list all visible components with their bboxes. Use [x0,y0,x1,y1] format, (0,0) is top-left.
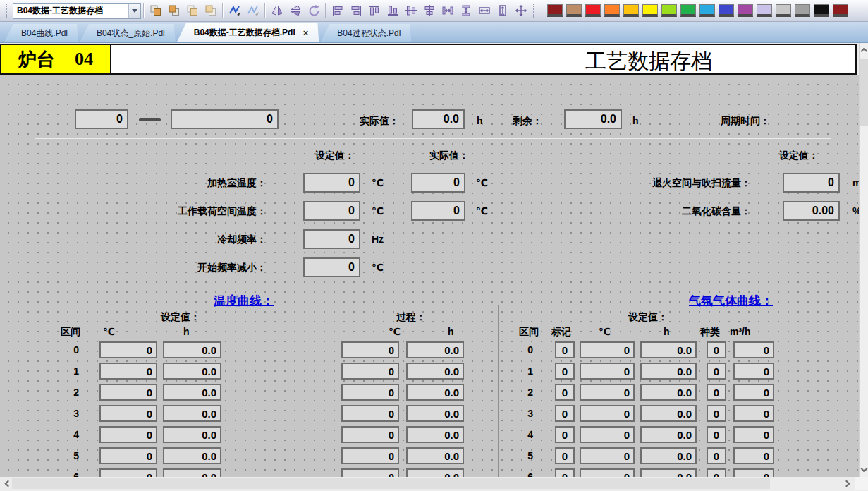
actual-hours-field[interactable]: 0.0 [412,109,465,129]
gas-flow-field-0[interactable]: 0 [733,341,774,358]
same-height-icon[interactable] [494,1,512,20]
palette-color-swatch-15[interactable] [833,4,848,17]
gas-kind-field-0[interactable]: 0 [707,341,726,358]
palette-color-swatch-10[interactable] [738,4,753,17]
temp-process-c-field-2[interactable]: 0 [341,384,399,401]
setpoint-actual-field-0[interactable]: 0 [411,173,465,193]
distribute-horizontal-icon[interactable] [439,1,457,20]
gas-flow-field-1[interactable]: 0 [733,363,774,380]
range-end-field[interactable]: 0 [171,109,279,129]
temp-set-h-field-2[interactable]: 0.0 [163,384,221,401]
gas-c-field-6[interactable]: 0 [580,468,635,477]
tab-b04-status-original[interactable]: B04状态_原始.Pdl [80,24,176,42]
scroll-left-icon[interactable] [1,477,13,490]
align-left-icon[interactable] [329,1,347,20]
setpoint-set-field-1[interactable]: 0 [303,201,360,221]
scroll-up-icon[interactable] [860,45,868,55]
send-backward-icon[interactable] [202,1,220,20]
temp-set-h-field-6[interactable]: 0.0 [163,468,221,477]
palette-color-swatch-14[interactable] [814,4,829,17]
palette-color-swatch-0[interactable] [547,4,563,17]
gas-h-field-6[interactable]: 0.0 [640,468,697,477]
temp-set-h-field-0[interactable]: 0.0 [163,341,221,358]
temp-process-c-field-1[interactable]: 0 [341,363,399,380]
temp-process-h-field-4[interactable]: 0.0 [406,426,464,443]
remaining-hours-field[interactable]: 0.0 [564,109,622,129]
align-top-icon[interactable] [365,1,384,20]
bring-forward-icon[interactable] [183,1,202,20]
gas-h-field-4[interactable]: 0.0 [640,426,697,443]
temp-process-h-field-3[interactable]: 0.0 [406,405,464,422]
horizontal-scrollbar[interactable] [0,477,855,490]
temp-process-c-field-6[interactable]: 0 [341,468,399,477]
tab-b04-curve[interactable]: B04曲线.Pdl [4,24,78,42]
palette-color-swatch-7[interactable] [680,4,696,17]
gas-curve-link[interactable]: 气氛气体曲线： [689,293,773,309]
gas-kind-field-2[interactable]: 0 [707,384,726,401]
same-size-icon[interactable] [512,1,530,20]
gas-flow-field-4[interactable]: 0 [733,426,774,443]
horizontal-scrollbar-thumb[interactable] [12,478,770,489]
gas-h-field-1[interactable]: 0.0 [640,363,697,380]
close-tab-icon[interactable]: × [303,28,309,38]
tab-order-icon[interactable] [226,1,244,20]
gas-mark-field-4[interactable]: 0 [555,426,575,443]
gas-kind-field-4[interactable]: 0 [707,426,726,443]
temp-process-h-field-2[interactable]: 0.0 [406,384,464,401]
temp-process-h-field-5[interactable]: 0.0 [406,447,464,464]
palette-color-swatch-6[interactable] [661,4,677,17]
gas-h-field-2[interactable]: 0.0 [640,384,697,401]
setpoint-set-field-0[interactable]: 0 [303,173,360,193]
temp-set-h-field-5[interactable]: 0.0 [163,447,221,464]
tab-order-secondary-icon[interactable] [244,1,262,20]
gas-mark-field-5[interactable]: 0 [555,447,575,464]
palette-color-swatch-2[interactable] [585,4,601,17]
palette-color-swatch-1[interactable] [566,4,582,17]
distribute-vertical-icon[interactable] [457,1,475,20]
temp-process-h-field-1[interactable]: 0.0 [406,363,464,380]
tab-b04-data-archive[interactable]: B04数据-工艺数据存档.Pdl× [177,23,319,42]
gas-mark-field-2[interactable]: 0 [555,384,575,401]
setpoint-set-field-2[interactable]: 0 [303,229,360,249]
tab-b04-process-status[interactable]: B04过程状态.Pdl [320,24,411,42]
same-width-icon[interactable] [475,1,494,20]
rotate-icon[interactable] [305,1,323,20]
gas-flow-field-3[interactable]: 0 [733,405,774,422]
temp-process-h-field-0[interactable]: 0.0 [406,341,464,358]
screen-selector-combobox[interactable]: B04数据-工艺数据存档 [13,3,141,19]
temp-process-h-field-6[interactable]: 0.0 [406,468,464,477]
temp-process-c-field-3[interactable]: 0 [341,405,399,422]
gas-c-field-2[interactable]: 0 [580,384,635,401]
vertical-scrollbar-thumb[interactable] [860,59,868,126]
flip-horizontal-icon[interactable] [268,1,286,20]
gas-c-field-4[interactable]: 0 [580,426,635,443]
setpoint-actual-field-1[interactable]: 0 [411,201,465,221]
align-middle-vertical-icon[interactable] [402,1,420,20]
gas-kind-field-1[interactable]: 0 [707,363,726,380]
right-setpoint-field-0[interactable]: 0 [783,173,840,193]
scroll-down-icon[interactable] [860,465,868,475]
temp-set-c-field-4[interactable]: 0 [99,426,157,443]
temp-set-c-field-6[interactable]: 0 [99,468,157,477]
gas-c-field-1[interactable]: 0 [580,363,635,380]
gas-mark-field-0[interactable]: 0 [555,341,575,358]
temp-set-c-field-3[interactable]: 0 [99,405,157,422]
gas-h-field-3[interactable]: 0.0 [640,405,697,422]
temp-set-c-field-5[interactable]: 0 [99,447,157,464]
palette-color-swatch-13[interactable] [795,4,810,17]
palette-color-swatch-5[interactable] [642,4,658,17]
combobox-dropdown-icon[interactable] [128,4,140,18]
align-right-icon[interactable] [347,1,365,20]
temp-set-c-field-0[interactable]: 0 [99,341,157,358]
gas-c-field-0[interactable]: 0 [580,341,635,358]
palette-color-swatch-3[interactable] [604,4,620,17]
vertical-scrollbar[interactable] [859,43,868,477]
temp-set-h-field-3[interactable]: 0.0 [163,405,221,422]
gas-flow-field-2[interactable]: 0 [733,384,774,401]
temperature-curve-link[interactable]: 温度曲线： [214,293,274,309]
temp-process-c-field-5[interactable]: 0 [341,447,399,464]
gas-c-field-3[interactable]: 0 [580,405,635,422]
palette-color-swatch-4[interactable] [623,4,639,17]
temp-set-c-field-2[interactable]: 0 [99,384,157,401]
gas-kind-field-6[interactable]: 0 [707,468,726,477]
